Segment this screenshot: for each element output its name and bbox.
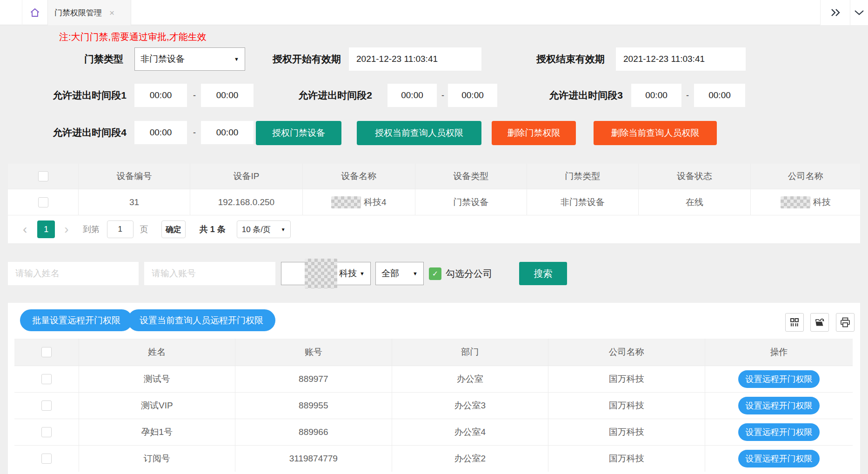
period1-from-input[interactable]: [134, 84, 187, 107]
columns-icon: [789, 317, 800, 327]
delete-device-permission-button[interactable]: 删除门禁权限: [492, 121, 576, 145]
set-remote-open-button[interactable]: 设置远程开门权限: [738, 423, 820, 441]
select-all-cell: [14, 339, 79, 366]
device-id-cell: 31: [79, 189, 190, 215]
company-cell: 国万科技: [548, 366, 705, 392]
period3-from-input[interactable]: [631, 84, 681, 107]
authorize-device-button[interactable]: 授权门禁设备: [256, 121, 341, 145]
select-all-checkbox[interactable]: [41, 347, 52, 357]
total-count-label: 共 1 条: [200, 224, 226, 235]
access-permission-page: 门禁权限管理 × 注:大门门禁,需要通过审批,才能生效 门禁类型 非门禁设备 ▼…: [0, 0, 868, 474]
person-table-header-row: 姓名 账号 部门 公司名称 操作: [14, 339, 853, 366]
col-device-id: 设备编号: [79, 164, 190, 189]
access-type-value: 非门禁设备: [140, 53, 185, 65]
period4-label: 允许进出时间段4: [28, 121, 127, 144]
device-name-suffix: 科技4: [364, 196, 387, 208]
row-select-cell: [8, 189, 79, 215]
period4-to-input[interactable]: [201, 121, 254, 144]
company-cell: 国万科技: [548, 446, 705, 472]
home-icon: [29, 7, 40, 18]
period2-label: 允许进出时间段2: [274, 84, 372, 107]
col-department: 部门: [392, 339, 548, 366]
col-device-name: 设备名称: [303, 164, 415, 189]
column-settings-button[interactable]: [785, 313, 804, 332]
period2-to-input[interactable]: [448, 84, 497, 107]
search-button[interactable]: 搜索: [519, 262, 567, 285]
col-device-ip: 设备IP: [190, 164, 303, 189]
period4-from-input[interactable]: [134, 121, 187, 144]
account-cell: 889977: [235, 366, 392, 392]
col-name: 姓名: [79, 339, 235, 366]
row-select-cell: [14, 366, 79, 392]
redacted-blur: [781, 196, 810, 208]
close-icon[interactable]: ×: [109, 8, 114, 17]
range-dash: -: [440, 84, 446, 107]
account-search-input[interactable]: [144, 262, 275, 285]
prev-page-icon[interactable]: ‹: [23, 223, 27, 236]
select-all-checkbox[interactable]: [38, 171, 48, 181]
row-checkbox[interactable]: [38, 197, 48, 207]
col-company: 公司名称: [548, 339, 705, 366]
period1-to-input[interactable]: [201, 84, 254, 107]
name-search-input[interactable]: [8, 262, 139, 285]
tab-access-permission[interactable]: 门禁权限管理 ×: [47, 0, 131, 25]
set-remote-open-button[interactable]: 设置远程开门权限: [738, 450, 820, 467]
device-table-panel: 设备编号 设备IP 设备名称 设备类型 门禁类型 设备状态 公司名称 31 19…: [8, 164, 860, 243]
range-dash: -: [191, 121, 198, 144]
col-account: 账号: [235, 339, 392, 366]
redacted-blur: [331, 196, 361, 208]
print-button[interactable]: [836, 313, 855, 332]
person-row: 孕妇1号 889966 办公室4 国万科技 设置远程开门权限: [14, 419, 853, 445]
person-row: 测试号 889977 办公室 国万科技 设置远程开门权限: [14, 366, 853, 392]
check-icon: ✓: [432, 269, 438, 278]
name-cell: 订阅号: [79, 446, 235, 472]
current-remote-open-button[interactable]: 设置当前查询人员远程开门权限: [127, 309, 275, 331]
period2-from-input[interactable]: [387, 84, 437, 107]
batch-remote-open-button[interactable]: 批量设置远程开门权限: [20, 309, 133, 331]
access-type-select[interactable]: 非门禁设备 ▼: [134, 47, 245, 71]
authorize-people-button[interactable]: 授权当前查询人员权限: [357, 121, 481, 145]
department-cell: 办公室2: [392, 446, 548, 472]
set-remote-open-button[interactable]: 设置远程开门权限: [738, 370, 820, 388]
actions-cell: 设置远程开门权限: [705, 446, 853, 472]
page-size-select[interactable]: 10 条/页 ▼: [237, 220, 291, 238]
row-checkbox[interactable]: [41, 374, 52, 384]
row-checkbox[interactable]: [41, 454, 52, 464]
tab-menu-button[interactable]: [850, 0, 868, 25]
select-arrow-icon: ▼: [413, 271, 418, 276]
range-dash: -: [191, 84, 198, 107]
col-device-status: 设备状态: [639, 164, 751, 189]
row-checkbox[interactable]: [41, 427, 52, 437]
access-type-label: 门禁类型: [47, 47, 123, 71]
auth-end-input[interactable]: [616, 47, 746, 71]
scope-select[interactable]: 全部 ▼: [375, 262, 424, 285]
range-dash: -: [684, 84, 691, 107]
branch-checkbox[interactable]: ✓: [429, 267, 441, 280]
delete-people-permission-button[interactable]: 删除当前查询人员权限: [594, 121, 717, 145]
device-table-header-row: 设备编号 设备IP 设备名称 设备类型 门禁类型 设备状态 公司名称: [8, 164, 860, 189]
page-1-button[interactable]: 1: [37, 220, 55, 238]
period3-label: 允许进出时间段3: [526, 84, 623, 107]
redacted-blur: [305, 259, 337, 288]
person-table: 姓名 账号 部门 公司名称 操作 测试号 889977 办公室 国万科技 设置远…: [14, 339, 853, 472]
name-cell: 测试VIP: [79, 393, 235, 419]
home-button[interactable]: [22, 0, 47, 25]
select-arrow-icon: ▼: [281, 227, 286, 232]
expand-tabs-button[interactable]: [820, 0, 850, 25]
auth-start-input[interactable]: [349, 47, 481, 71]
goto-page-input[interactable]: [107, 220, 134, 238]
next-page-icon[interactable]: ›: [64, 223, 68, 236]
branch-checkbox-label: 勾选分公司: [446, 262, 492, 285]
account-cell: 889966: [235, 419, 392, 445]
period3-to-input[interactable]: [694, 84, 745, 107]
confirm-page-button[interactable]: 确定: [161, 220, 186, 238]
goto-page-label: 到第: [83, 224, 100, 235]
device-table-row: 31 192.168.0.250 科技4 门禁设备 非门禁设备 在线 科技: [8, 189, 860, 215]
row-checkbox[interactable]: [41, 401, 52, 411]
company-select-value: 科技: [339, 267, 357, 280]
account-cell: 3119874779: [235, 446, 392, 472]
device-type-cell: 门禁设备: [415, 189, 527, 215]
auth-start-label: 授权开始有效期: [233, 47, 341, 71]
set-remote-open-button[interactable]: 设置远程开门权限: [738, 397, 820, 414]
export-button[interactable]: [810, 313, 829, 332]
